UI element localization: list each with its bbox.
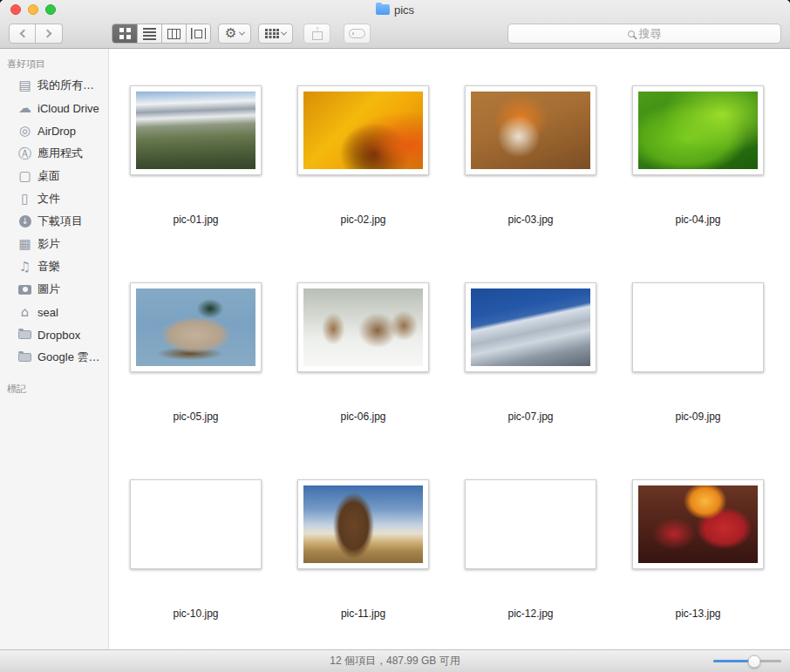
sidebar-item-label: 下載項目 xyxy=(37,214,83,229)
file-item[interactable]: pic-10.jpg xyxy=(130,479,262,649)
thumbnail-green-leaves-waterdrops xyxy=(638,92,758,169)
file-name: pic-05.jpg xyxy=(173,411,218,423)
sidebar-item-label: seal xyxy=(37,306,58,319)
thumbnail-frame xyxy=(297,282,429,372)
forward-button[interactable] xyxy=(36,24,63,44)
thumbnail-oranges-with-gerbera-flower xyxy=(638,288,758,366)
sidebar-item-label: 影片 xyxy=(37,236,60,252)
file-item[interactable]: pic-12.jpg xyxy=(465,479,596,649)
sidebar-item-label: 圖片 xyxy=(37,282,60,297)
thumbnail-oranges-closeup-pile xyxy=(136,485,255,563)
sidebar-item-label: Dropbox xyxy=(37,329,80,342)
sidebar-item-applications[interactable]: Ⓐ應用程式 xyxy=(0,142,108,165)
sidebar-item-icloud[interactable]: ☁iCloud Drive xyxy=(0,97,108,119)
forward-icon xyxy=(44,30,52,38)
sidebar-item-label: AirDrop xyxy=(37,125,76,138)
thumbnail-stone-cairn-sunset xyxy=(471,485,590,563)
sidebar-item-label: iCloud Drive xyxy=(37,102,99,115)
zoom-button[interactable] xyxy=(45,4,56,15)
file-item[interactable]: pic-13.jpg xyxy=(632,479,764,649)
minimize-button[interactable] xyxy=(28,4,38,15)
movies-icon: ▦ xyxy=(17,237,32,251)
file-item[interactable]: pic-11.jpg xyxy=(297,479,429,649)
sidebar-section-header: 喜好項目 xyxy=(0,56,108,74)
thumbnail-frame xyxy=(465,85,596,175)
sidebar-item-all-files[interactable]: ▤我的所有… xyxy=(0,74,108,97)
sidebar-item-downloads[interactable]: ↓下載項目 xyxy=(0,210,108,233)
sidebar-item-documents[interactable]: ▯文件 xyxy=(0,187,108,210)
slider-thumb[interactable] xyxy=(747,655,760,668)
thumbnail-red-fox xyxy=(471,92,590,169)
file-item[interactable]: pic-01.jpg xyxy=(130,85,262,282)
thumbnail-frame xyxy=(130,282,262,372)
file-name: pic-12.jpg xyxy=(507,608,553,620)
sidebar-item-airdrop[interactable]: ◎AirDrop xyxy=(0,119,108,142)
sidebar-item-label: 應用程式 xyxy=(37,146,83,161)
coverflow-view-icon xyxy=(191,28,206,39)
zoom-slider xyxy=(713,650,781,672)
file-name: pic-03.jpg xyxy=(507,214,553,226)
file-item[interactable]: pic-03.jpg xyxy=(465,85,596,282)
pictures-icon xyxy=(17,285,32,295)
thumbnail-everest-snow-peak-blue-sky xyxy=(471,288,590,366)
thumbnail-frame xyxy=(130,85,262,175)
file-grid: pic-01.jpgpic-02.jpgpic-03.jpgpic-04.jpg… xyxy=(109,49,790,649)
action-menu-button[interactable]: ⚙ xyxy=(218,24,251,44)
file-name: pic-11.jpg xyxy=(341,608,385,620)
applications-icon: Ⓐ xyxy=(17,146,32,160)
back-button[interactable] xyxy=(9,24,36,44)
downloads-icon: ↓ xyxy=(17,215,32,227)
thumbnail-frame xyxy=(297,85,429,175)
thumbnail-mouflon-sheep-in-snow xyxy=(303,288,423,366)
title-bar[interactable]: pics xyxy=(0,0,790,19)
file-name: pic-04.jpg xyxy=(675,214,720,226)
list-view-button[interactable] xyxy=(137,24,161,43)
icloud-icon: ☁ xyxy=(17,101,32,115)
sidebar-item-music[interactable]: ♫音樂 xyxy=(0,255,108,278)
airdrop-icon: ◎ xyxy=(17,124,32,138)
thumbnail-frame xyxy=(632,282,764,372)
file-name: pic-02.jpg xyxy=(340,214,385,226)
slider-track[interactable] xyxy=(713,660,781,662)
file-item[interactable]: pic-09.jpg xyxy=(632,282,764,479)
file-item[interactable]: pic-02.jpg xyxy=(297,85,429,282)
status-bar: 12 個項目，487.99 GB 可用 xyxy=(0,649,790,672)
icon-view-button[interactable] xyxy=(112,24,137,43)
search-field: 搜尋 xyxy=(507,24,781,44)
file-item[interactable]: pic-04.jpg xyxy=(632,85,764,282)
arrange-menu-button[interactable] xyxy=(258,24,293,44)
sidebar-item-movies[interactable]: ▦影片 xyxy=(0,233,108,255)
sidebar-item-home[interactable]: ⌂seal xyxy=(0,301,108,323)
file-item[interactable]: pic-05.jpg xyxy=(130,282,262,479)
file-name: pic-10.jpg xyxy=(173,608,218,620)
sidebar-item-desktop[interactable]: ▢桌面 xyxy=(0,165,108,187)
thumbnail-frame xyxy=(465,282,596,372)
file-name: pic-06.jpg xyxy=(340,411,385,423)
search-input[interactable] xyxy=(507,24,781,44)
file-item[interactable]: pic-07.jpg xyxy=(465,282,596,479)
sidebar-item-pictures[interactable]: 圖片 xyxy=(0,278,108,301)
close-button[interactable] xyxy=(10,4,21,15)
list-view-icon xyxy=(143,28,156,40)
arrange-icon xyxy=(265,29,278,38)
folder-icon xyxy=(17,330,32,339)
thumbnail-frame xyxy=(130,479,262,569)
window-chrome: pics ⚙ xyxy=(0,0,790,49)
sidebar-item-folder[interactable]: Dropbox xyxy=(0,323,108,346)
toolbar: ⚙ 搜尋 xyxy=(0,19,790,48)
folder-icon xyxy=(17,353,32,362)
chevron-down-icon xyxy=(281,30,287,36)
file-item[interactable]: pic-06.jpg xyxy=(297,282,429,479)
sidebar-item-label: 文件 xyxy=(37,191,60,207)
sidebar-item-folder[interactable]: Google 雲… xyxy=(0,346,108,369)
thumbnail-desert-rock-butte xyxy=(303,485,423,563)
column-view-button[interactable] xyxy=(161,24,186,43)
coverflow-view-button[interactable] xyxy=(186,24,210,43)
share-button[interactable] xyxy=(303,24,330,44)
file-name: pic-09.jpg xyxy=(675,411,720,423)
thumbnail-frame xyxy=(297,479,429,569)
tag-button[interactable] xyxy=(344,24,371,44)
icon-view-icon xyxy=(119,28,131,39)
window-title: pics xyxy=(394,3,414,17)
chevron-down-icon xyxy=(239,30,245,36)
